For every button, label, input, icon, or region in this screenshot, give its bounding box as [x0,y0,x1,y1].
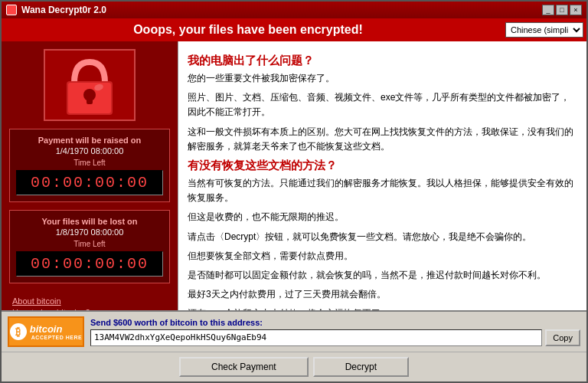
copy-button[interactable]: Copy [545,329,580,346]
paragraph-3: 这和一般文件损坏有本质上的区别。您大可在网上找找恢复文件的方法，我敢保证，没有我… [188,125,577,154]
padlock-area [44,49,136,121]
heading-2: 有没有恢复这些文档的方法？ [188,159,577,173]
header-bar: Ooops, your files have been encrypted! [2,18,586,41]
bitcoin-address-input[interactable] [90,329,542,346]
title-bar: Wana Decrypt0r 2.0 _ □ × [2,2,586,18]
send-label: Send $600 worth of bitcoin to this addre… [90,318,580,327]
files-lost-date: 1/8/1970 08:00:00 [16,228,163,237]
paragraph-6: 请点击〈Decrypt〉按钮，就可以免费恢复一些文档。请您放心，我是绝不会骗你的… [188,230,577,244]
paragraph-9: 最好3天之内付款费用，过了三天费用就会翻倍。 [188,287,577,302]
files-lost-timer-box: Your files will be lost on 1/8/1970 08:0… [9,210,170,283]
bitcoin-accepted-text: ACCEPTED HERE [31,335,82,340]
bitcoin-logo-text: bitcoin ACCEPTED HERE [30,323,82,340]
bitcoin-b-icon: ₿ [10,323,27,340]
paragraph-5: 但这是收费的，也不能无限期的推迟。 [188,210,577,224]
links-area: About bitcoin How to buy bitcoins? Conta… [9,291,170,310]
countdown-display-bottom: 00:00:00:00 [16,251,163,277]
main-content: Payment will be raised on 1/4/1970 08:00… [2,41,586,310]
check-payment-button[interactable]: Check Payment [179,357,309,377]
paragraph-1: 您的一些重要文件被我加密保存了。 [188,71,577,86]
main-window: Wana Decrypt0r 2.0 _ □ × Ooops, your fil… [0,0,588,383]
close-button[interactable]: × [570,5,582,15]
paragraph-8: 是否随时都可以固定金额付款，就会恢复的吗，当然不是，推迟付款时间越长对你不利。 [188,268,577,283]
paragraph-2: 照片、图片、文档、压缩包、音频、视频文件、exe文件等，几乎所有类型的文件都被加… [188,90,577,119]
maximize-button[interactable]: □ [556,5,568,15]
payment-raise-label: Payment will be raised on [16,136,163,145]
paragraph-4: 当然有可恢复的方法。只能通过我们的解密服务才能恢复。我以人格担保，能够提供安全有… [188,176,577,205]
window-title: Wana Decrypt0r 2.0 [21,5,106,15]
time-left-label-top: Time Left [16,159,163,167]
bottom-panel: ₿ bitcoin ACCEPTED HERE Send $600 worth … [2,310,586,381]
bitcoin-logo: ₿ bitcoin ACCEPTED HERE [8,316,84,347]
header-title: Ooops, your files have been encrypted! [133,23,363,37]
header-wrapper: Ooops, your files have been encrypted! C… [2,18,586,41]
title-controls: _ □ × [542,5,582,15]
title-bar-left: Wana Decrypt0r 2.0 [6,5,106,15]
left-panel: Payment will be raised on 1/4/1970 08:00… [2,41,178,310]
decrypt-button[interactable]: Decrypt [313,357,409,377]
send-area: Send $600 worth of bitcoin to this addre… [90,318,580,346]
svg-rect-3 [87,95,93,104]
app-icon [6,5,17,15]
countdown-display-top: 00:00:00:00 [16,170,163,195]
payment-raise-date: 1/4/1970 08:00:00 [16,146,163,155]
language-selector-wrapper: Chinese (simpli English Spanish French G… [505,22,583,38]
heading-1: 我的电脑出了什么问题？ [188,54,577,68]
time-left-label-bottom: Time Left [16,240,163,248]
payment-timer-box: Payment will be raised on 1/4/1970 08:00… [9,129,170,202]
action-row: Check Payment Decrypt [2,352,586,381]
bitcoin-name: bitcoin [30,323,63,335]
about-bitcoin-link[interactable]: About bitcoin [12,296,167,306]
files-lost-label: Your files will be lost on [16,217,163,226]
paragraph-7: 但想要恢复全部文档，需要付款点费用。 [188,249,577,264]
padlock-icon [59,51,120,119]
bitcoin-row: ₿ bitcoin ACCEPTED HERE Send $600 worth … [2,312,586,352]
right-panel: 我的电脑出了什么问题？ 您的一些重要文件被我加密保存了。 照片、图片、文档、压缩… [178,41,586,310]
bitcoin-logo-inner: ₿ bitcoin ACCEPTED HERE [10,323,82,340]
address-row: Copy [90,329,580,346]
minimize-button[interactable]: _ [542,5,554,15]
language-dropdown[interactable]: Chinese (simpli English Spanish French G… [505,22,583,38]
